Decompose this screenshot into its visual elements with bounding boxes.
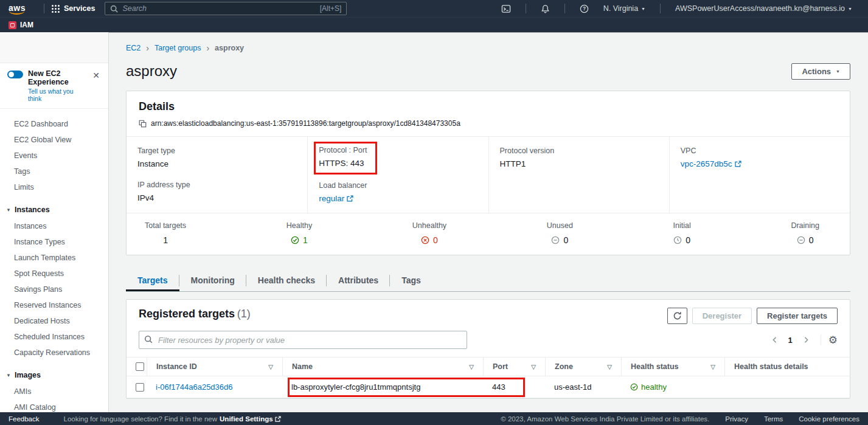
chevron-down-icon: ▼ [641,7,645,11]
tab-monitoring[interactable]: Monitoring [179,270,246,291]
tab-targets[interactable]: Targets [126,270,179,291]
unhealthy-label: Unhealthy [412,221,446,230]
minus-circle-icon [551,236,560,244]
breadcrumb-separator: › [206,43,209,53]
column-port: Port [493,362,508,371]
details-card: Details arn:aws:elasticloadbalancing:us-… [126,91,850,255]
health-status-value: healthy [641,382,667,392]
actions-label: Actions [802,67,831,76]
sidebar-item-instances[interactable]: Instances [0,218,108,234]
draining-label: Draining [791,221,819,230]
aws-logo[interactable]: aws [9,3,26,15]
column-filter-icon[interactable]: ▽ [531,364,536,370]
filter-input[interactable] [139,331,467,349]
new-experience-toggle[interactable] [7,71,23,78]
target-name: lb-asproxytyler-cfcg8jru1tmmqpntsjtg [291,382,420,392]
search-input[interactable] [122,4,319,13]
sidebar-item-ec2-global-view[interactable]: EC2 Global View [0,132,108,148]
divider [821,334,821,345]
sidebar-item-savings-plans[interactable]: Savings Plans [0,282,108,297]
cloudshell-icon[interactable] [494,4,518,13]
sidebar-nav: EC2 Dashboard EC2 Global View Events Tag… [0,109,108,412]
region-selector[interactable]: N. Virginia ▼ [596,4,653,13]
breadcrumb-current: asproxy [215,44,244,52]
privacy-link[interactable]: Privacy [725,415,748,423]
region-label: N. Virginia [603,4,638,13]
load-balancer-value: regular [319,194,344,203]
register-targets-button[interactable]: Register targets [757,308,838,324]
top-navigation-bar: aws Services [Alt+S] ? N. Virginia [0,0,868,17]
details-fields: Target type Instance IP address type IPv… [127,136,850,213]
unified-settings-link[interactable]: Unified Settings [220,415,281,423]
column-zone: Zone [555,362,573,371]
select-all-checkbox[interactable] [136,362,144,371]
sidebar-section-instances[interactable]: ▼ Instances [0,201,108,218]
sidebar-section-images[interactable]: ▼ Images [0,367,108,384]
footer: Feedback Looking for language selection?… [0,412,868,425]
protocol-port-label: Protocol : Port [319,146,367,154]
tab-health-checks[interactable]: Health checks [246,270,327,291]
services-menu[interactable]: Services [52,4,95,13]
close-icon[interactable]: ✕ [91,69,101,81]
sidebar-item-spot-requests[interactable]: Spot Requests [0,266,108,282]
next-page-icon[interactable] [799,335,813,345]
column-filter-icon[interactable]: ▽ [607,364,612,370]
previous-page-icon[interactable] [768,335,782,345]
sidebar-item-capacity-reservations[interactable]: Capacity Reservations [0,345,108,361]
favorite-iam[interactable]: IAM [9,21,33,29]
targets-table-header: Instance ID ▽ Name ▽ Port ▽ Zone ▽ [127,357,850,376]
sidebar-item-ec2-dashboard[interactable]: EC2 Dashboard [0,116,108,132]
search-shortcut: [Alt+S] [320,4,342,13]
column-filter-icon[interactable]: ▽ [710,364,715,370]
clock-circle-icon [673,236,682,244]
sidebar-item-tags[interactable]: Tags [0,164,108,179]
account-menu[interactable]: AWSPowerUserAccess/navaneeth.kn@harness.… [668,4,859,13]
sidebar-item-events[interactable]: Events [0,148,108,164]
breadcrumb-target-groups[interactable]: Target groups [155,44,201,52]
registered-targets-title: Registered targets [139,308,235,320]
tab-attributes[interactable]: Attributes [327,270,390,291]
load-balancer-link[interactable]: regular [319,194,353,203]
page-number[interactable]: 1 [785,336,796,345]
chevron-down-icon: ▼ [6,373,11,378]
search-icon [144,335,153,345]
global-search[interactable]: [Alt+S] [105,2,347,15]
instance-id-link[interactable]: i-06f1744a6a25d36d6 [156,382,233,392]
sidebar-item-amis[interactable]: AMIs [0,384,108,399]
services-label: Services [64,4,95,13]
terms-link[interactable]: Terms [764,415,783,423]
vpc-link[interactable]: vpc-2657db5c [681,159,741,168]
refresh-button[interactable] [667,308,687,324]
total-targets-value: 1 [163,235,168,245]
help-icon[interactable]: ? [572,4,596,13]
actions-button[interactable]: Actions ▼ [791,63,850,80]
tab-tags[interactable]: Tags [390,270,432,291]
x-circle-icon [421,236,429,244]
sidebar-item-limits[interactable]: Limits [0,179,108,195]
protocol-version-label: Protocol version [500,147,658,155]
sidebar-item-dedicated-hosts[interactable]: Dedicated Hosts [0,313,108,329]
breadcrumb: EC2 › Target groups › asproxy [126,43,850,53]
minus-circle-icon [797,236,805,244]
row-checkbox[interactable] [136,383,144,392]
new-experience-feedback-link[interactable]: Tell us what you think [28,88,86,102]
settings-gear-icon[interactable]: ⚙ [828,335,838,345]
sidebar-item-reserved-instances[interactable]: Reserved Instances [0,297,108,313]
feedback-link[interactable]: Feedback [9,415,40,423]
sidebar-item-ami-catalog[interactable]: AMI Catalog [0,399,108,412]
cookie-preferences-link[interactable]: Cookie preferences [799,415,859,423]
column-filter-icon[interactable]: ▽ [469,364,474,370]
sidebar-item-instance-types[interactable]: Instance Types [0,234,108,250]
sidebar-item-scheduled-instances[interactable]: Scheduled Instances [0,329,108,345]
breadcrumb-ec2[interactable]: EC2 [126,44,141,52]
unused-value: 0 [563,235,568,245]
copy-icon[interactable] [139,120,147,128]
target-type-label: Target type [137,147,296,155]
table-row: i-06f1744a6a25d36d6 lb-asproxytyler-cfcg… [127,376,850,398]
sidebar-item-launch-templates[interactable]: Launch Templates [0,250,108,266]
column-filter-icon[interactable]: ▽ [268,364,273,370]
notifications-bell-icon[interactable] [533,4,557,13]
deregister-button[interactable]: Deregister [692,308,752,324]
main-content: EC2 › Target groups › asproxy asproxy Ac… [109,32,868,412]
initial-label: Initial [673,221,691,230]
